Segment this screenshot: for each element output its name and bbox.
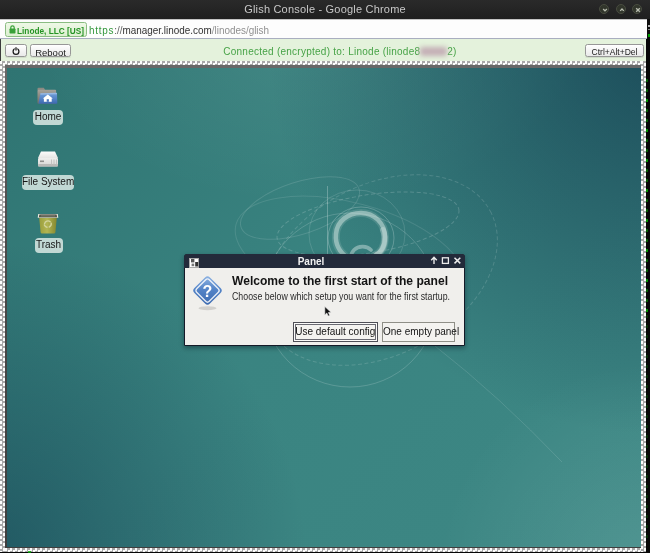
svg-text:?: ?: [203, 282, 213, 299]
